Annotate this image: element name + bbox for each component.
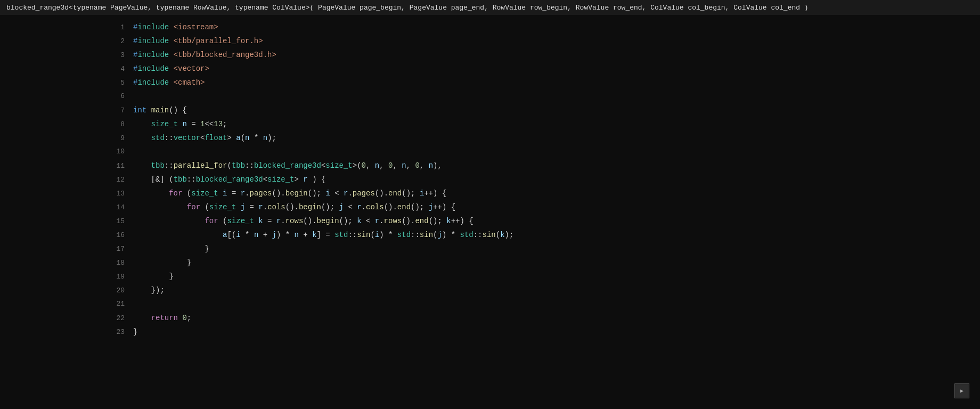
line-number: 20	[114, 284, 133, 298]
line-content: }	[133, 256, 191, 269]
token: ();	[321, 203, 339, 211]
token: j	[241, 203, 245, 211]
token	[133, 134, 151, 142]
token: rows	[285, 217, 304, 225]
line-content: tbb::parallel_for(tbb::blocked_range3d<s…	[133, 159, 442, 173]
line-content: int main() {	[133, 103, 187, 117]
editor-container: 1#include <iostream>2#include <tbb/paral…	[112, 15, 655, 344]
scrollbar-button[interactable]: ▶	[954, 383, 969, 398]
token: end	[397, 203, 411, 211]
token: .	[263, 203, 267, 211]
token: r	[375, 217, 379, 225]
token: int	[133, 106, 146, 114]
token: std	[397, 231, 411, 239]
code-block: 1#include <iostream>2#include <tbb/paral…	[112, 15, 655, 344]
code-line: 3#include <tbb/blocked_range3d.h>	[112, 48, 655, 62]
token: std	[334, 231, 348, 239]
line-number: 23	[114, 325, 133, 339]
token: n	[263, 134, 267, 142]
code-line: 10	[112, 145, 655, 159]
token: <	[362, 217, 375, 225]
line-content: }	[133, 269, 174, 283]
token: ().	[384, 203, 397, 211]
token: vector	[174, 134, 200, 142]
line-number: 15	[114, 215, 133, 228]
token: k	[446, 217, 451, 225]
token: ::	[348, 231, 357, 239]
token	[133, 203, 187, 211]
token: ::	[165, 134, 174, 142]
token: i	[325, 189, 330, 198]
line-content: a[(i * n + j) * n + k] = std::sin(i) * s…	[133, 228, 513, 242]
code-line: 5#include <cmath>	[112, 76, 655, 89]
token	[133, 189, 169, 198]
token	[133, 272, 169, 281]
token: });	[151, 286, 165, 295]
token: main	[151, 106, 169, 114]
code-line: 15 for (size_t k = r.rows().begin(); k <…	[112, 214, 655, 228]
token: ++) {	[451, 217, 473, 225]
tooltip-text: blocked_range3d<typename PageValue, type…	[6, 4, 808, 12]
token: () {	[169, 106, 187, 114]
line-content: size_t n = 1<<13;	[133, 117, 227, 131]
line-content: #include <cmath>	[133, 76, 205, 89]
line-content: return 0;	[133, 311, 191, 325]
token: 0	[362, 161, 366, 170]
token: include	[137, 51, 169, 59]
code-line: 12 [&] (tbb::blocked_range3d<size_t> r )…	[112, 173, 655, 186]
token: begin	[299, 203, 321, 211]
token: float	[205, 134, 227, 142]
token: ().	[285, 203, 299, 211]
token: ::	[245, 161, 254, 170]
token: (	[200, 203, 209, 211]
token: size_t	[227, 217, 254, 225]
token: =	[245, 203, 258, 211]
token: ;	[223, 120, 227, 128]
token: n	[429, 161, 433, 170]
token: sin	[357, 231, 370, 239]
code-line: 1#include <iostream>	[112, 20, 655, 34]
line-content: std::vector<float> a(n * n);	[133, 131, 276, 145]
line-content: });	[133, 283, 165, 297]
token: ::	[187, 175, 196, 184]
token: <	[263, 175, 267, 184]
token: include	[137, 64, 169, 73]
token: ().	[375, 189, 388, 198]
token: ) {	[308, 175, 326, 184]
code-line: 17 }	[112, 242, 655, 256]
line-number: 12	[114, 173, 133, 187]
token: ,	[366, 161, 375, 170]
token: .	[379, 217, 383, 225]
token	[169, 64, 173, 73]
token	[133, 231, 223, 239]
token: <	[330, 189, 344, 198]
line-number: 9	[114, 132, 133, 145]
token: r	[357, 203, 361, 211]
token: (	[370, 231, 374, 239]
code-line: 13 for (size_t i = r.pages().begin(); i …	[112, 186, 655, 200]
token: >(	[353, 161, 362, 170]
token: k	[357, 217, 361, 225]
token: .	[362, 203, 366, 211]
line-content: for (size_t i = r.pages().begin(); i < r…	[133, 186, 446, 200]
code-line: 2#include <tbb/parallel_for.h>	[112, 34, 655, 48]
token: ();	[339, 217, 357, 225]
token: ();	[429, 217, 447, 225]
token: j	[272, 231, 276, 239]
token	[133, 286, 151, 295]
token: ) *	[379, 231, 397, 239]
token: (	[218, 217, 227, 225]
token: =	[227, 189, 240, 198]
token: .	[281, 217, 285, 225]
token: ;	[187, 314, 191, 322]
token: (	[227, 161, 231, 170]
token: .	[348, 189, 352, 198]
token	[133, 161, 151, 170]
token: ++) {	[433, 203, 455, 211]
token	[169, 23, 173, 31]
token: ::	[411, 231, 420, 239]
token: }	[205, 244, 209, 253]
token: }	[133, 328, 137, 336]
token: end	[388, 189, 402, 198]
token: size_t	[267, 175, 294, 184]
